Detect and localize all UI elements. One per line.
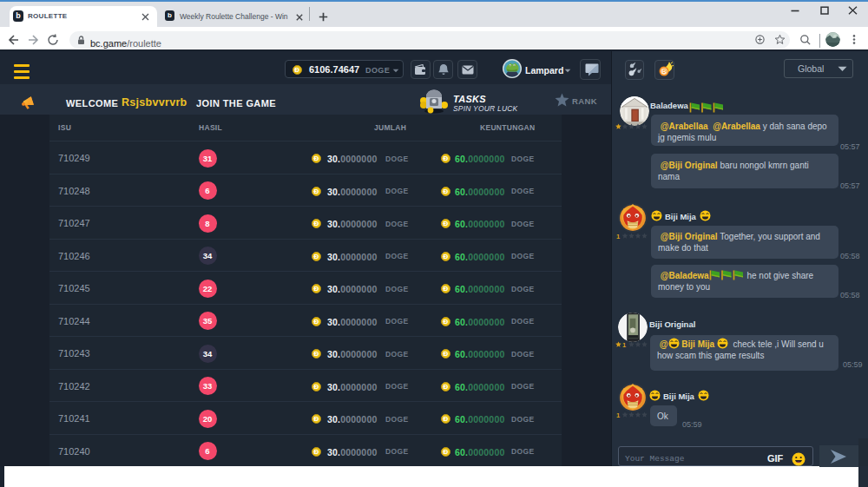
svg-text:B: B: [661, 68, 667, 76]
svg-text:1: 1: [616, 233, 620, 240]
svg-text:1: 1: [616, 411, 620, 418]
svg-text:1: 1: [622, 341, 626, 348]
